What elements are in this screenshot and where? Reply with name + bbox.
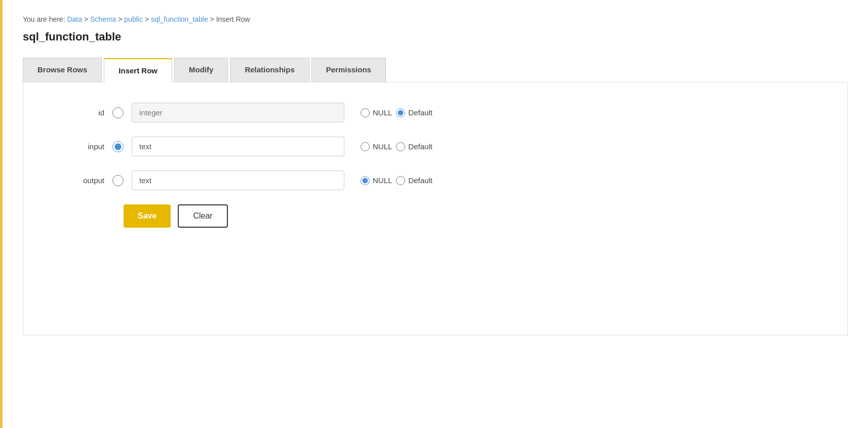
- field-options-input: NULL Default: [361, 142, 432, 151]
- field-label-output: output: [64, 176, 104, 185]
- field-label-input: input: [64, 142, 104, 151]
- default-option-output[interactable]: Default: [396, 176, 432, 185]
- null-radio-id[interactable]: [361, 108, 370, 117]
- breadcrumb-table[interactable]: sql_function_table: [151, 15, 208, 23]
- default-radio-output[interactable]: [396, 176, 405, 185]
- field-radio-id[interactable]: [112, 107, 124, 118]
- main-page: You are here: Data > Schema > public > s…: [0, 0, 868, 428]
- breadcrumb-data[interactable]: Data: [67, 15, 82, 23]
- null-radio-input[interactable]: [361, 142, 370, 151]
- default-option-id[interactable]: Default: [396, 108, 432, 117]
- breadcrumb-prefix: You are here:: [23, 15, 67, 23]
- form-actions: Save Clear: [64, 204, 837, 228]
- clear-button[interactable]: Clear: [178, 204, 227, 228]
- save-button[interactable]: Save: [124, 204, 171, 228]
- field-input-input[interactable]: [132, 137, 344, 156]
- breadcrumb-schema[interactable]: Schema: [90, 15, 116, 23]
- field-radio-input[interactable]: [112, 141, 124, 152]
- tab-modify[interactable]: Modify: [174, 58, 228, 82]
- field-row-id: id NULL Default: [64, 103, 837, 122]
- tab-permissions[interactable]: Permissions: [311, 58, 386, 82]
- tab-relationships[interactable]: Relationships: [230, 58, 309, 82]
- field-options-output: NULL Default: [361, 176, 432, 185]
- default-option-input[interactable]: Default: [396, 142, 432, 151]
- form-content: id NULL Default input: [23, 82, 848, 335]
- field-label-id: id: [64, 108, 104, 117]
- null-option-input[interactable]: NULL: [361, 142, 392, 151]
- field-row-input: input NULL Default: [64, 137, 837, 156]
- tab-insert-row[interactable]: Insert Row: [104, 58, 172, 82]
- page-title: sql_function_table: [23, 30, 848, 44]
- tab-browse-rows[interactable]: Browse Rows: [23, 58, 102, 82]
- null-option-id[interactable]: NULL: [361, 108, 392, 117]
- breadcrumb: You are here: Data > Schema > public > s…: [23, 15, 848, 23]
- field-input-output[interactable]: [132, 170, 344, 190]
- tabs-container: Browse Rows Insert Row Modify Relationsh…: [23, 58, 848, 82]
- breadcrumb-public[interactable]: public: [124, 15, 143, 23]
- null-radio-output[interactable]: [361, 176, 370, 185]
- field-options-id: NULL Default: [361, 108, 432, 117]
- default-radio-id[interactable]: [396, 108, 405, 117]
- field-radio-output[interactable]: [112, 175, 124, 186]
- null-option-output[interactable]: NULL: [361, 176, 392, 185]
- field-row-output: output NULL Default: [64, 170, 837, 190]
- field-input-id[interactable]: [132, 103, 344, 122]
- default-radio-input[interactable]: [396, 142, 405, 151]
